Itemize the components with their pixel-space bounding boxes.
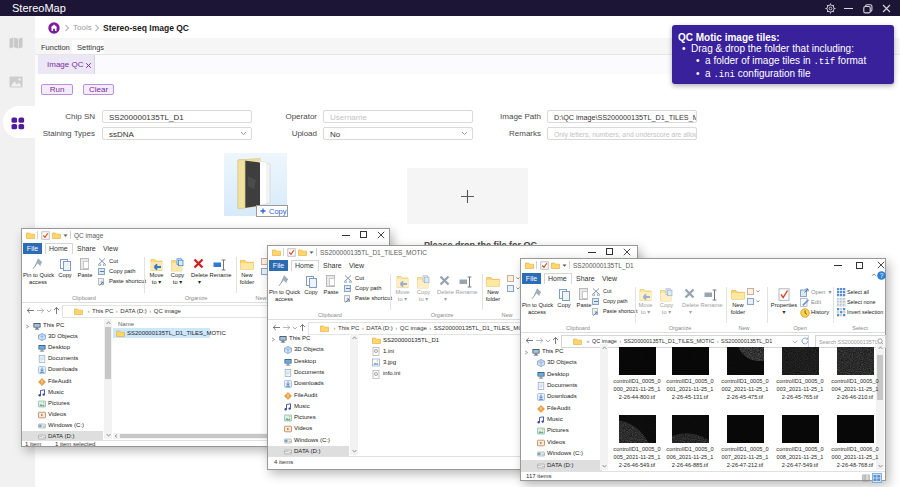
svg-text:?: ? xyxy=(880,272,884,279)
